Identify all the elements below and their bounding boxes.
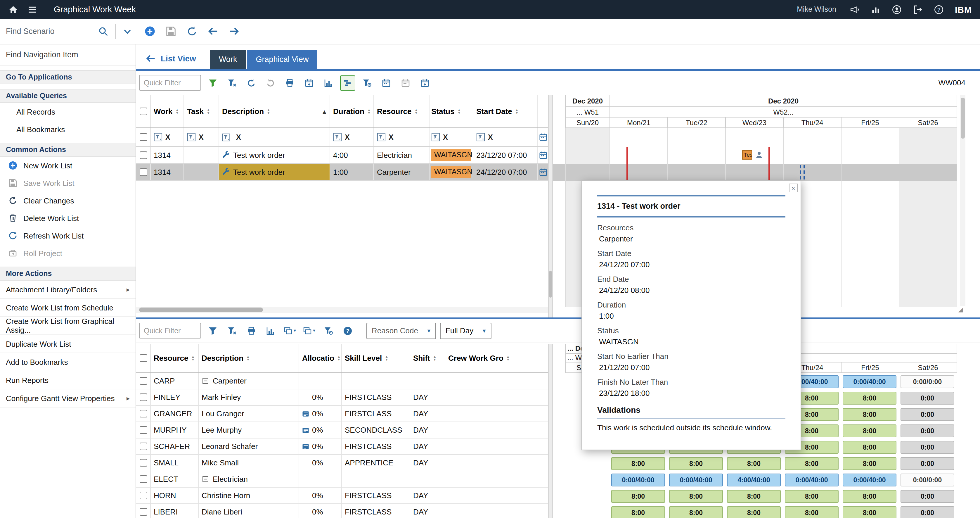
user-profile-icon[interactable] <box>892 5 902 14</box>
select-all-checkbox[interactable] <box>139 108 147 115</box>
availability-cell[interactable]: 0:00/40:00 <box>669 473 723 486</box>
availability-cell[interactable]: 0:00/0:00 <box>900 375 954 388</box>
save-scenario-button[interactable] <box>165 26 177 37</box>
resource-row[interactable]: SMALLMike Small0%APPRENTICEDAY <box>136 455 548 471</box>
clear-filter-button[interactable]: X <box>236 133 241 141</box>
row-checkbox[interactable] <box>139 492 147 499</box>
chevron-down-icon[interactable] <box>122 26 133 37</box>
availability-cell[interactable]: 8:00 <box>727 490 781 503</box>
list-view-link[interactable]: List View <box>161 54 196 63</box>
column-header-crew-work-gro[interactable]: Crew Work Gro▲▼ <box>445 344 548 373</box>
sidebar-item-save-work-list[interactable]: Save Work List <box>0 174 135 192</box>
row-checkbox[interactable] <box>139 394 147 401</box>
availability-cell[interactable]: 0:00/0:00 <box>900 473 954 486</box>
availability-cell[interactable]: 8:00 <box>843 490 896 503</box>
filter-checkbox[interactable] <box>139 133 147 141</box>
availability-cell[interactable]: 8:00 <box>843 441 896 454</box>
availability-cell[interactable]: 8:00 <box>669 506 723 518</box>
resource-row[interactable]: GRANGERLou Granger0%FIRSTCLASSDAY <box>136 406 548 422</box>
availability-cell[interactable]: 0:00 <box>900 441 954 454</box>
sidebar-item-attachment-library-folders[interactable]: Attachment Library/Folders▸ <box>0 281 135 299</box>
column-filter-icon[interactable] <box>333 133 342 142</box>
undo-icon[interactable] <box>244 75 259 90</box>
column-header-shift[interactable]: Shift▲▼ <box>410 344 445 373</box>
sidebar-item-delete-work-list[interactable]: Delete Work List <box>0 209 135 227</box>
tab-graphical-view[interactable]: Graphical View <box>247 50 317 69</box>
availability-cell[interactable]: 8:00 <box>611 457 665 470</box>
work-row[interactable]: 1314Test work order4:00ElectricianWAITAS… <box>136 147 548 164</box>
sidebar-item-create-work-list-from-schedule[interactable]: Create Work List from Schedule <box>0 299 135 317</box>
collapse-icon[interactable] <box>202 475 209 483</box>
sidebar-item-run-reports[interactable]: Run Reports <box>0 371 135 389</box>
clear-filter-icon[interactable] <box>224 75 240 90</box>
resource-row[interactable]: ELECTElectrician <box>136 471 548 488</box>
availability-cell[interactable]: 8:00 <box>843 424 896 437</box>
tab-work[interactable]: Work <box>210 50 246 69</box>
filter-settings-icon[interactable] <box>360 75 375 90</box>
column-filter-icon[interactable] <box>476 133 485 142</box>
availability-cell[interactable]: 8:00 <box>843 457 896 470</box>
resource-row[interactable]: FINLEYMark Finley0%FIRSTCLASSDAY <box>136 389 548 406</box>
column-filter-icon[interactable] <box>377 133 386 142</box>
quick-filter-input[interactable] <box>139 75 201 91</box>
clear-filter-button[interactable]: X <box>388 133 394 141</box>
sidebar-item-new-work-list[interactable]: New Work List <box>0 157 135 174</box>
sidebar-item-configure-gantt-view-properties[interactable]: Configure Gantt View Properties▸ <box>0 389 135 408</box>
availability-cell[interactable]: 8:00 <box>843 392 896 405</box>
menu-icon[interactable] <box>27 5 37 14</box>
forward-button[interactable] <box>229 26 240 37</box>
availability-cell[interactable]: 0:00 <box>900 457 954 470</box>
calendar-icon[interactable] <box>538 167 547 176</box>
availability-cell[interactable]: 0:00/40:00 <box>843 473 896 486</box>
gantt-task-bar[interactable]: Test work order <box>742 150 752 159</box>
sign-out-icon[interactable] <box>913 5 923 14</box>
group-by-icon[interactable]: ▾ <box>282 323 298 338</box>
availability-cell[interactable]: 8:00 <box>611 490 665 503</box>
horizontal-scrollbar-thumb[interactable] <box>139 308 263 312</box>
availability-cell[interactable]: 0:00/40:00 <box>785 473 838 486</box>
row-checkbox[interactable] <box>139 151 147 159</box>
list-view-back[interactable]: List View <box>145 53 196 64</box>
row-checkbox[interactable] <box>139 475 147 483</box>
calendar-icon[interactable] <box>538 133 547 142</box>
help-icon[interactable]: ? <box>340 323 355 338</box>
availability-cell[interactable]: 4:00/40:00 <box>727 473 781 486</box>
back-button[interactable] <box>207 26 218 37</box>
undo-button[interactable] <box>186 26 197 37</box>
redo-icon[interactable] <box>263 75 278 90</box>
row-checkbox[interactable] <box>139 508 147 516</box>
resize-handle-icon[interactable]: ◢ <box>958 306 963 313</box>
calendar-week-icon[interactable] <box>379 75 394 90</box>
availability-cell[interactable]: 0:00/40:00 <box>611 473 665 486</box>
column-filter-icon[interactable] <box>222 133 230 141</box>
display-options-icon[interactable]: ▾ <box>302 323 317 338</box>
table-gantt-splitter[interactable] <box>548 95 553 317</box>
print-icon[interactable] <box>282 75 298 90</box>
availability-cell[interactable]: 8:00 <box>611 506 665 518</box>
find-navigation-input[interactable] <box>0 45 135 65</box>
availability-cell[interactable]: 8:00 <box>785 490 838 503</box>
resource-load-chart-icon[interactable] <box>321 75 336 90</box>
sidebar-item-add-to-bookmarks[interactable]: Add to Bookmarks <box>0 353 135 371</box>
date-range-icon[interactable] <box>302 75 317 90</box>
availability-detail-icon[interactable] <box>302 426 310 434</box>
sidebar-item-all-records[interactable]: All Records <box>0 103 135 120</box>
table-grid-splitter[interactable] <box>548 344 553 518</box>
search-icon[interactable] <box>98 26 109 37</box>
clear-filter-button[interactable]: X <box>488 133 493 141</box>
select-all-checkbox[interactable] <box>139 354 147 362</box>
sidebar-item-clear-changes[interactable]: Clear Changes <box>0 192 135 209</box>
announcement-icon[interactable] <box>850 5 860 14</box>
availability-chart-icon[interactable] <box>263 323 278 338</box>
new-scenario-button[interactable] <box>144 26 156 37</box>
column-header-resource[interactable]: Resource▲▼ <box>151 344 199 373</box>
calendar-icon[interactable] <box>538 151 547 159</box>
availability-cell[interactable]: 0:00 <box>900 424 954 437</box>
availability-cell[interactable]: 8:00 <box>843 408 896 421</box>
print-icon[interactable] <box>244 323 259 338</box>
clear-filter-button[interactable]: X <box>345 133 350 141</box>
availability-cell[interactable]: 8:00 <box>727 457 781 470</box>
clear-filter-icon[interactable] <box>224 323 240 338</box>
column-header-work[interactable]: Work▲▼ <box>151 95 184 128</box>
close-icon[interactable]: × <box>789 183 798 192</box>
